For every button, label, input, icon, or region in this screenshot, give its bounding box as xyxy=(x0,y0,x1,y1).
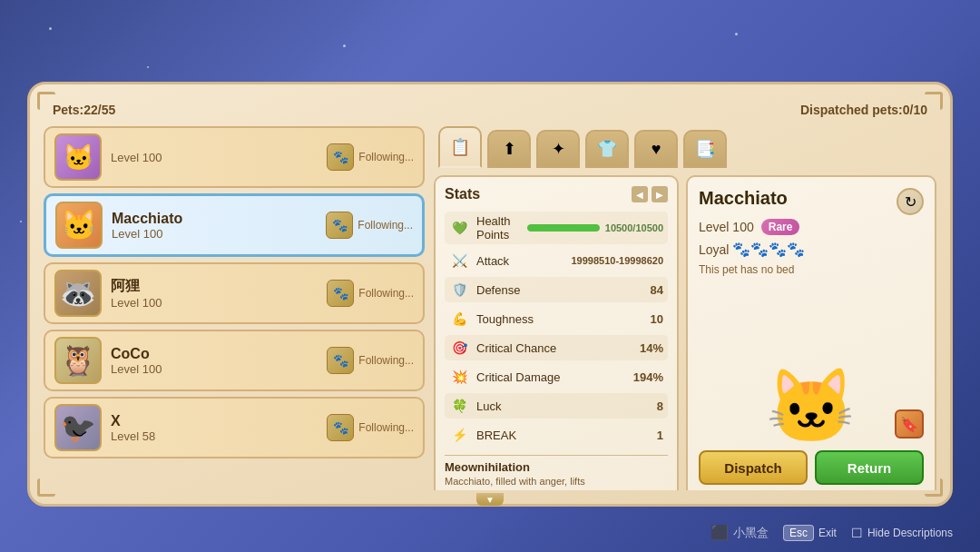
pet-info: Level 100 xyxy=(111,151,318,164)
pet-info: Macchiato Level 100 xyxy=(112,211,317,241)
break-value: 1 xyxy=(657,429,663,442)
pet-name: 阿狸 xyxy=(111,277,318,296)
main-panel: Pets:22/55 Dispatched pets:0/10 🐱 Level … xyxy=(27,82,953,507)
pet-status: 🐾 Following... xyxy=(327,280,414,307)
pet-level: Level 100 xyxy=(111,362,318,376)
right-panel: 📋 ⬆ ✦ 👕 ♥ 📑 Stats ◀ ▶ xyxy=(434,126,936,490)
bottom-bar: ⬛ 小黑盒 Esc Exit ☐ Hide Descriptions xyxy=(710,524,953,541)
break-icon: ⚡ xyxy=(449,425,469,445)
arrow-right-btn[interactable]: ▶ xyxy=(652,186,668,202)
pet-level: Level 100 xyxy=(111,296,318,310)
skill-section: Meownihilation Macchiato, filled with an… xyxy=(445,455,668,487)
avatar: 🐱 xyxy=(55,202,103,249)
toughness-icon: 💪 xyxy=(449,309,469,329)
loyal-row: Loyal 🐾🐾🐾🐾 xyxy=(699,241,924,258)
list-item[interactable]: 🦝 阿狸 Level 100 🐾 Following... xyxy=(44,262,425,324)
toughness-label: Toughness xyxy=(476,312,643,326)
status-text: Following... xyxy=(358,287,414,300)
tab-equip[interactable]: 👕 xyxy=(585,130,629,168)
avatar: 🐱 xyxy=(54,133,102,181)
hp-bar xyxy=(527,224,600,232)
status-icon: 🐾 xyxy=(327,347,354,374)
pet-sprite: 🐱 xyxy=(766,370,857,443)
skill-desc: Macchiato, filled with anger, lifts xyxy=(445,476,668,487)
stats-arrows: ◀ ▶ xyxy=(632,186,668,202)
detail-panel: Macchiato ↻ Level 100 Rare Loyal 🐾🐾🐾🐾 Th… xyxy=(686,175,936,490)
hp-bar-container: 10500/10500 xyxy=(527,222,663,233)
avatar: 🦉 xyxy=(54,337,102,384)
attack-value: 19998510-19998620 xyxy=(571,255,663,266)
detail-pet-name: Macchiato xyxy=(699,188,788,209)
detail-header: Macchiato ↻ xyxy=(699,188,924,215)
pet-name: X xyxy=(111,413,318,429)
content-area: 🐱 Level 100 🐾 Following... 🐱 Macchiato L… xyxy=(44,126,936,490)
rarity-badge: Rare xyxy=(761,219,800,235)
esc-key-badge[interactable]: Esc xyxy=(783,525,814,541)
status-icon: 🐾 xyxy=(326,212,353,239)
esc-hint: Esc Exit xyxy=(783,525,837,541)
crit-chance-value: 14% xyxy=(640,341,663,355)
avatar: 🦝 xyxy=(54,270,102,317)
status-text: Following... xyxy=(358,354,414,367)
hide-desc-hint: ☐ Hide Descriptions xyxy=(851,526,953,540)
pet-sprite-area: 🐱 🔖 xyxy=(699,283,924,443)
list-item[interactable]: 🐦‍⬛ X Level 58 🐾 Following... xyxy=(44,397,425,458)
tab-info[interactable]: 📑 xyxy=(683,130,727,168)
defense-label: Defense xyxy=(476,283,643,297)
pet-level: Level 100 xyxy=(112,227,317,241)
detail-level: Level 100 xyxy=(699,220,754,234)
exit-label: Exit xyxy=(818,527,837,539)
hp-icon: 💚 xyxy=(449,218,469,238)
pet-name: Macchiato xyxy=(112,211,317,227)
status-text: Following... xyxy=(358,151,414,163)
pet-level: Level 100 xyxy=(111,151,318,164)
pet-list-panel: 🐱 Level 100 🐾 Following... 🐱 Macchiato L… xyxy=(44,126,425,490)
hp-stat-row: 💚 Health Points 10500/10500 xyxy=(445,212,668,244)
luck-icon: 🍀 xyxy=(449,396,469,416)
stats-header: Stats ◀ ▶ xyxy=(445,186,668,202)
arrow-left-btn[interactable]: ◀ xyxy=(632,186,648,202)
pet-status: 🐾 Following... xyxy=(327,347,414,374)
stats-panel: Stats ◀ ▶ 💚 Health Points xyxy=(434,175,679,490)
hp-label: Health Points xyxy=(476,214,520,242)
dispatched-count-label: Dispatched pets:0/10 xyxy=(800,103,927,117)
tab-bond[interactable]: ♥ xyxy=(634,130,678,168)
crit-chance-label: Critical Chance xyxy=(476,341,632,355)
attack-stat-row: ⚔️ Attack 19998510-19998620 xyxy=(445,248,668,273)
dispatch-button[interactable]: Dispatch xyxy=(699,450,808,485)
refresh-button[interactable]: ↻ xyxy=(897,188,924,215)
crit-damage-stat-row: 💥 Critical Damage 194% xyxy=(445,364,668,389)
scroll-indicator: ▼ xyxy=(476,493,504,506)
tab-bar: 📋 ⬆ ✦ 👕 ♥ 📑 xyxy=(434,126,936,168)
defense-value: 84 xyxy=(651,283,663,297)
attack-label: Attack xyxy=(476,254,564,268)
detail-buttons: Dispatch Return xyxy=(699,450,924,485)
list-item[interactable]: 🐱 Macchiato Level 100 🐾 Following... xyxy=(44,193,425,257)
loyalty-paws: 🐾🐾🐾🐾 xyxy=(732,241,805,258)
hp-fill xyxy=(527,224,600,232)
status-text: Following... xyxy=(358,421,414,434)
luck-value: 8 xyxy=(657,399,663,413)
stats-detail-row: Stats ◀ ▶ 💚 Health Points xyxy=(434,175,936,490)
no-bed-text: This pet has no bed xyxy=(699,263,924,276)
hide-desc-label: Hide Descriptions xyxy=(867,527,953,539)
pet-name: CoCo xyxy=(111,346,318,362)
watermark: ⬛ 小黑盒 xyxy=(710,524,769,541)
tab-skill[interactable]: ✦ xyxy=(536,130,580,168)
list-item[interactable]: 🦉 CoCo Level 100 🐾 Following... xyxy=(44,330,425,391)
tag-button[interactable]: 🔖 xyxy=(895,409,924,439)
tab-stats[interactable]: 📋 xyxy=(438,126,482,168)
return-button[interactable]: Return xyxy=(815,450,924,485)
luck-stat-row: 🍀 Luck 8 xyxy=(445,393,668,419)
hp-value: 10500/10500 xyxy=(605,222,663,233)
attack-icon: ⚔️ xyxy=(449,251,469,271)
pet-info: 阿狸 Level 100 xyxy=(111,277,318,310)
avatar: 🐦‍⬛ xyxy=(54,404,102,451)
watermark-text: 小黑盒 xyxy=(733,525,769,541)
break-stat-row: ⚡ BREAK 1 xyxy=(445,422,668,448)
toughness-value: 10 xyxy=(651,312,663,326)
list-item[interactable]: 🐱 Level 100 🐾 Following... xyxy=(44,126,425,188)
pet-status: 🐾 Following... xyxy=(326,212,413,239)
tab-upgrade[interactable]: ⬆ xyxy=(487,130,531,168)
crit-damage-icon: 💥 xyxy=(449,367,469,387)
